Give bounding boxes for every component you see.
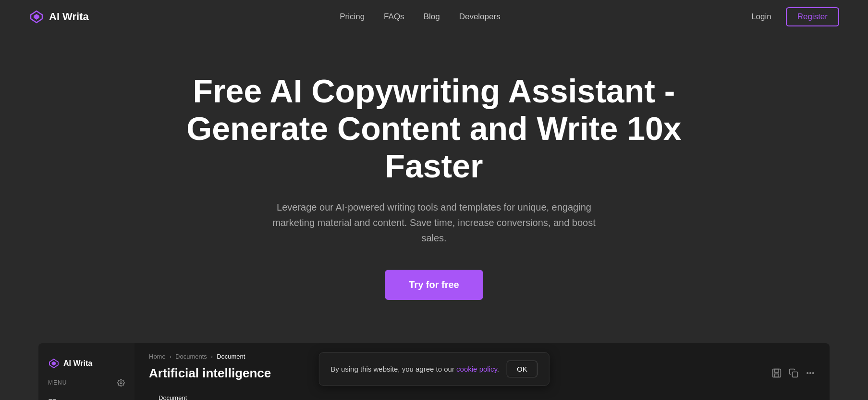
svg-point-24: [813, 373, 814, 374]
nav-links: Pricing FAQs Blog Developers: [340, 12, 501, 22]
nav-developers[interactable]: Developers: [459, 12, 501, 21]
nav-blog[interactable]: Blog: [424, 12, 440, 21]
register-button[interactable]: Register: [786, 7, 839, 26]
nav-faqs[interactable]: FAQs: [384, 12, 404, 21]
save-icon[interactable]: [772, 368, 782, 378]
preview-sidebar: AI Writa MENU Dashboard Templates: [38, 343, 134, 400]
try-for-free-button[interactable]: Try for free: [385, 270, 483, 300]
hero-section: Free AI Copywriting Assistant - Generate…: [0, 34, 868, 329]
preview-tab-document[interactable]: Document: [149, 390, 196, 400]
svg-point-4: [120, 382, 122, 384]
grid-icon: [48, 399, 57, 400]
login-link[interactable]: Login: [751, 12, 771, 22]
cookie-text: By using this website, you agree to our …: [330, 365, 499, 373]
logo-icon: [29, 9, 44, 25]
svg-rect-18: [773, 369, 781, 377]
preview-logo-text: AI Writa: [63, 359, 92, 368]
nav-pricing[interactable]: Pricing: [340, 12, 365, 21]
logo[interactable]: AI Writa: [29, 9, 89, 25]
breadcrumb-sep2: ›: [211, 353, 213, 360]
breadcrumb-documents: Documents: [175, 353, 207, 360]
copy-icon[interactable]: [789, 368, 798, 378]
cookie-policy-link[interactable]: cookie policy: [456, 365, 497, 373]
preview-logo-icon: [48, 358, 60, 369]
navbar: AI Writa Pricing FAQs Blog Developers Lo…: [0, 0, 868, 34]
hero-subtitle: Leverage our AI-powered writing tools an…: [261, 200, 607, 246]
breadcrumb-sep1: ›: [170, 353, 171, 360]
svg-marker-3: [52, 361, 56, 365]
preview-doc-tabs: Document: [149, 390, 815, 400]
preview-doc-title: Artificial intelligence: [149, 366, 271, 381]
logo-text: AI Writa: [49, 11, 89, 23]
hero-title: Free AI Copywriting Assistant - Generate…: [170, 72, 698, 185]
gear-icon: [117, 379, 125, 387]
preview-logo: AI Writa: [38, 353, 134, 379]
svg-rect-21: [793, 372, 798, 377]
svg-point-23: [810, 373, 811, 374]
cookie-ok-button[interactable]: OK: [507, 361, 538, 377]
preview-doc-actions: [772, 368, 815, 378]
nav-right: Login Register: [751, 7, 839, 26]
svg-rect-20: [775, 374, 779, 377]
svg-marker-1: [34, 14, 39, 20]
more-icon[interactable]: [806, 368, 815, 378]
preview-menu-label: MENU: [38, 379, 134, 387]
preview-nav-dashboard[interactable]: Dashboard: [38, 394, 134, 400]
breadcrumb-home: Home: [149, 353, 166, 360]
breadcrumb-current: Document: [217, 353, 245, 360]
svg-rect-19: [775, 369, 779, 373]
cookie-banner: By using this website, you agree to our …: [318, 352, 549, 386]
svg-point-22: [807, 373, 808, 374]
